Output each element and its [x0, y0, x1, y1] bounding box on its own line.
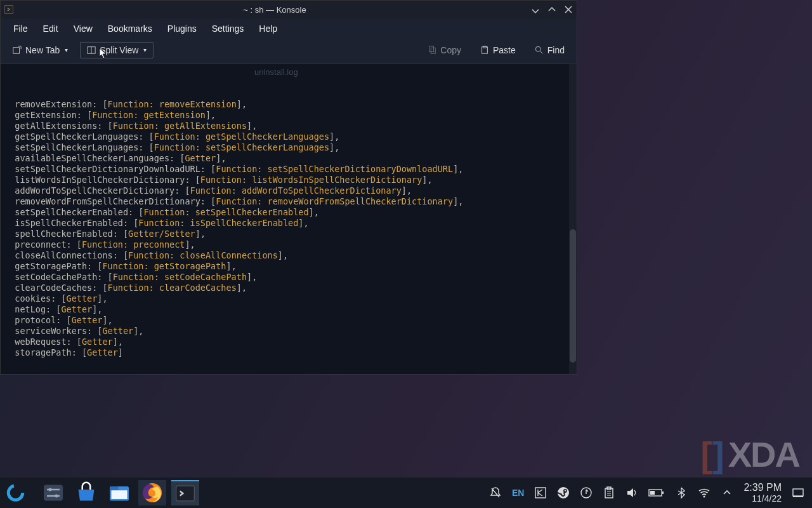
konsole-app-icon[interactable]: [171, 480, 199, 505]
scrollbar[interactable]: [569, 64, 577, 374]
svg-rect-16: [110, 486, 119, 490]
svg-rect-34: [793, 489, 803, 496]
chevron-down-icon: ▾: [65, 46, 68, 53]
svg-point-21: [558, 487, 569, 498]
paste-label: Paste: [493, 45, 516, 55]
new-tab-icon: [13, 46, 22, 55]
terminal-line: setSpellCheckerEnabled: [Function: setSp…: [4, 207, 573, 218]
split-view-button[interactable]: Split View ▾: [80, 42, 154, 58]
copy-icon: [428, 46, 436, 55]
menubar: File Edit View Bookmarks Plugins Setting…: [1, 18, 577, 39]
minimize-button[interactable]: [531, 5, 540, 14]
terminal-line: setCodeCachePath: [Function: setCodeCach…: [4, 272, 573, 283]
tray-expand-icon[interactable]: [721, 486, 733, 499]
terminal-line: storagePath: [Getter]: [4, 347, 573, 358]
steam-icon[interactable]: [557, 486, 570, 499]
terminal-line: setSpellCheckerLanguages: [Function: set…: [4, 142, 573, 153]
svg-rect-17: [112, 490, 128, 499]
terminal-line: closeAllConnections: [Function: closeAll…: [4, 250, 573, 261]
firefox-app-icon[interactable]: [138, 480, 166, 505]
terminal-line: getSpellCheckerLanguages: [Function: get…: [4, 131, 573, 142]
konsole-window: > ~ : sh — Konsole File Edit View Bookma…: [0, 0, 577, 375]
terminal-line: netLog: [Getter],: [4, 304, 573, 315]
menu-file[interactable]: File: [6, 20, 36, 37]
search-icon: [535, 46, 544, 55]
settings-app-icon[interactable]: [39, 480, 67, 505]
split-view-label: Split View: [100, 45, 138, 55]
toolbar: New Tab ▾ Split View ▾ Copy Paste Find: [1, 39, 577, 64]
app-icon: >: [4, 5, 13, 14]
terminal-line: getStoragePath: [Function: getStoragePat…: [4, 261, 573, 272]
clock-time: 2:39 PM: [743, 482, 782, 493]
store-app-icon[interactable]: [72, 480, 100, 505]
copy-label: Copy: [440, 45, 461, 55]
chevron-down-icon: ▾: [143, 46, 147, 53]
svg-rect-0: [13, 47, 20, 53]
svg-point-33: [704, 495, 705, 497]
taskbar[interactable]: EN 2:39 PM 11/4/22: [0, 478, 812, 508]
close-button[interactable]: [564, 5, 573, 14]
keyboard-layout[interactable]: EN: [512, 486, 524, 499]
files-app-icon[interactable]: [105, 480, 133, 505]
terminal-line: getAllExtensions: [Function: getAllExten…: [4, 121, 573, 131]
menu-plugins[interactable]: Plugins: [160, 20, 204, 37]
terminal-line: removeWordFromSpellCheckerDictionary: [F…: [4, 196, 573, 207]
start-button[interactable]: [6, 480, 34, 505]
menu-settings[interactable]: Settings: [204, 20, 252, 37]
terminal-line: listWordsInSpellCheckerDictionary: [Func…: [4, 175, 573, 185]
clock[interactable]: 2:39 PM 11/4/22: [743, 482, 782, 504]
ghost-text: uninstall.log: [254, 67, 298, 77]
paste-button[interactable]: Paste: [473, 42, 523, 58]
find-label: Find: [547, 45, 565, 55]
show-desktop-icon[interactable]: [792, 486, 804, 499]
terminal-line: getExtension: [Function: getExtension],: [4, 110, 573, 121]
terminal-line: protocol: [Getter],: [4, 315, 573, 326]
terminal-line: webRequest: [Getter],: [4, 337, 573, 347]
split-view-icon: [87, 46, 96, 55]
new-tab-button[interactable]: New Tab ▾: [6, 42, 75, 58]
svg-point-7: [535, 46, 540, 51]
terminal-line: isSpellCheckerEnabled: [Function: isSpel…: [4, 218, 573, 229]
volume-icon[interactable]: [625, 486, 638, 499]
svg-point-9: [8, 486, 23, 500]
notifications-icon[interactable]: [489, 486, 502, 499]
kde-icon[interactable]: [534, 486, 547, 499]
terminal-line: preconnect: [Function: preconnect],: [4, 239, 573, 250]
terminal-output[interactable]: uninstall.log removeExtension: [Function…: [1, 64, 577, 374]
svg-rect-14: [47, 495, 60, 497]
terminal-line: setSpellCheckerDictionaryDownloadURL: [F…: [4, 164, 573, 175]
titlebar[interactable]: > ~ : sh — Konsole: [1, 1, 577, 18]
wifi-icon[interactable]: [698, 486, 710, 499]
scroll-thumb[interactable]: [570, 229, 576, 363]
svg-rect-35: [793, 496, 803, 497]
svg-rect-3: [429, 46, 434, 51]
menu-help[interactable]: Help: [251, 20, 285, 37]
paste-icon: [480, 46, 489, 55]
terminal-line: clearCodeCaches: [Function: clearCodeCac…: [4, 283, 573, 293]
svg-rect-31: [662, 491, 664, 494]
svg-rect-19: [176, 486, 195, 501]
copy-button[interactable]: Copy: [421, 42, 468, 58]
svg-line-8: [540, 51, 543, 53]
updates-icon[interactable]: [580, 486, 593, 499]
clipboard-icon[interactable]: [603, 486, 615, 499]
window-title: ~ : sh — Konsole: [18, 5, 531, 15]
svg-rect-12: [47, 489, 60, 491]
terminal-line: availableSpellCheckerLanguages: [Getter]…: [4, 153, 573, 164]
terminal-line: addWordToSpellCheckerDictionary: [Functi…: [4, 185, 573, 196]
menu-view[interactable]: View: [66, 20, 100, 37]
bluetooth-icon[interactable]: [675, 486, 688, 499]
watermark-logo: []XDA: [700, 434, 799, 475]
svg-rect-20: [535, 488, 546, 498]
maximize-button[interactable]: [547, 5, 556, 14]
svg-rect-10: [44, 485, 63, 501]
menu-bookmarks[interactable]: Bookmarks: [100, 20, 160, 37]
terminal-line: cookies: [Getter],: [4, 293, 573, 304]
menu-edit[interactable]: Edit: [36, 20, 66, 37]
system-tray: EN 2:39 PM 11/4/22: [489, 482, 808, 504]
terminal-line: removeExtension: [Function: removeExtens…: [4, 99, 573, 110]
svg-rect-4: [431, 48, 436, 53]
clock-date: 11/4/22: [743, 493, 782, 504]
find-button[interactable]: Find: [528, 42, 572, 58]
battery-icon[interactable]: [648, 486, 665, 499]
